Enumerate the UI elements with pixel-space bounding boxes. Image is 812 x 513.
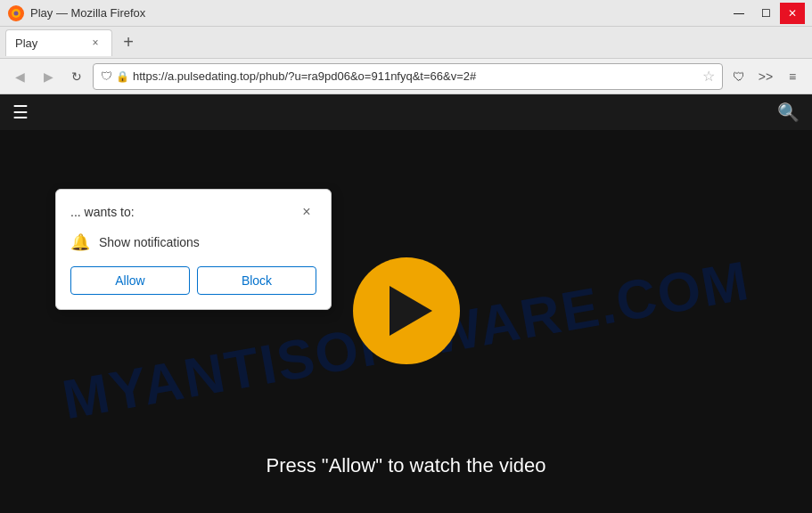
navbar-right: 🛡 >> ≡ — [726, 64, 805, 89]
reload-button[interactable]: ↻ — [64, 64, 89, 89]
hamburger-icon[interactable]: ☰ — [12, 102, 29, 123]
titlebar-left: Play — Mozilla Firefox — [7, 4, 145, 22]
search-icon[interactable]: 🔍 — [777, 102, 800, 123]
allow-button[interactable]: Allow — [70, 266, 190, 295]
menu-button[interactable]: ≡ — [780, 64, 805, 89]
url-bar-wrapper: 🛡 🔒 ☆ — [93, 63, 723, 90]
site-toolbar: ☰ 🔍 — [0, 94, 812, 130]
shield-button[interactable]: 🛡 — [726, 64, 751, 89]
popup-notification-row: 🔔 Show notifications — [70, 232, 316, 252]
restore-button[interactable]: ☐ — [753, 3, 778, 24]
play-button[interactable] — [353, 257, 460, 364]
firefox-logo-icon — [7, 4, 25, 22]
window-title: Play — Mozilla Firefox — [30, 6, 145, 20]
back-button[interactable]: ◀ — [7, 64, 32, 89]
close-button[interactable]: ✕ — [780, 3, 805, 24]
tab-close-button[interactable]: × — [88, 36, 103, 50]
popup-wants-to-text: ... wants to: — [70, 205, 135, 219]
shield-icon: 🛡 — [101, 69, 112, 83]
notification-popup: ... wants to: × 🔔 Show notifications All… — [55, 189, 332, 310]
new-tab-button[interactable]: + — [116, 30, 141, 55]
popup-close-button[interactable]: × — [297, 202, 316, 222]
popup-buttons: Allow Block — [70, 266, 316, 295]
play-button-container — [353, 257, 460, 364]
play-triangle-icon — [390, 286, 432, 336]
titlebar: Play — Mozilla Firefox — ☐ ✕ — [0, 0, 812, 27]
tab-label: Play — [15, 37, 37, 50]
page-content: ☰ 🔍 MYANTISOFTWARE.COM Press "Allow" to … — [0, 94, 812, 513]
tabbar: Play × + — [0, 27, 812, 59]
block-button[interactable]: Block — [197, 266, 316, 295]
popup-header: ... wants to: × — [70, 202, 316, 222]
window-controls: — ☐ ✕ — [726, 3, 805, 24]
navbar: ◀ ▶ ↻ 🛡 🔒 ☆ 🛡 >> ≡ — [0, 59, 812, 94]
lock-icon: 🔒 — [116, 70, 129, 83]
url-input[interactable] — [133, 69, 699, 83]
popup-notification-label: Show notifications — [99, 235, 200, 249]
forward-button[interactable]: ▶ — [36, 64, 61, 89]
minimize-button[interactable]: — — [726, 3, 751, 24]
overflow-button[interactable]: >> — [753, 64, 778, 89]
press-allow-text: Press "Allow" to watch the video — [267, 454, 546, 477]
active-tab[interactable]: Play × — [5, 29, 112, 56]
bell-icon: 🔔 — [70, 232, 90, 252]
svg-point-2 — [14, 11, 19, 15]
bookmark-star-icon[interactable]: ☆ — [702, 68, 715, 85]
